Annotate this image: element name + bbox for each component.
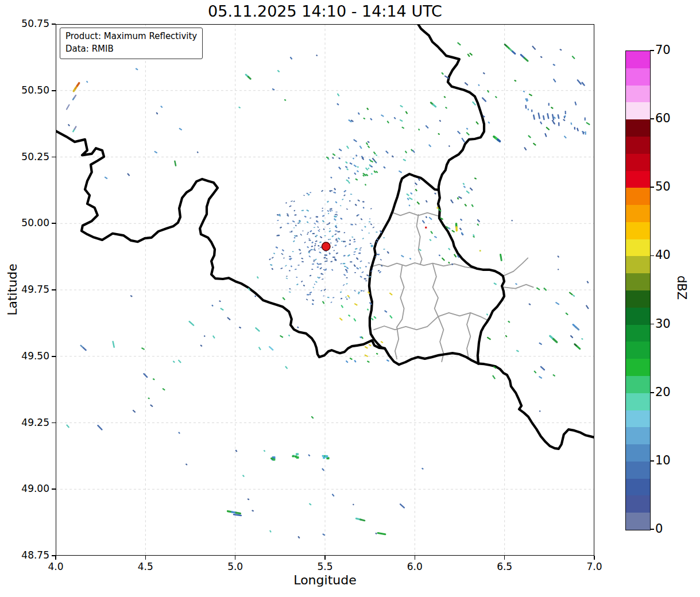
clutter-dot [289,231,291,232]
clutter-dot [332,257,335,258]
echo-speck [66,424,69,428]
echo-blob [322,455,324,457]
echo-speck [386,251,389,254]
echo-speck [409,197,413,200]
colorbar-segment [626,478,650,495]
echo-streak [113,342,114,347]
colorbar-segment [626,188,650,205]
clutter-dot [356,267,359,270]
legend-product-line: Product: Maximum Reflectivity [65,30,197,43]
country-border-luxembourg-germany [438,190,504,363]
echo-speck [366,142,369,145]
echo-speck [353,318,356,321]
echo-speck [212,335,215,339]
clutter-dot [293,237,295,239]
clutter-dot [289,270,291,272]
clutter-dot [369,218,370,219]
clutter-dot [318,245,319,246]
y-tick-label: 50.00 [14,217,49,228]
clutter-dot [322,208,323,209]
colorbar-tick-label: 60 [655,111,690,125]
clutter-dot [320,247,321,248]
echo-speck [345,161,348,164]
echo-speck [141,347,145,350]
clutter-dot [314,227,315,228]
clutter-dot [289,256,291,257]
echo-speck [257,276,259,279]
colorbar-tick-label: 70 [655,43,690,57]
echo-pixel [436,207,438,209]
echo-speck [408,204,410,206]
clutter-dot [322,273,324,275]
clutter-dot [364,278,366,280]
clutter-dot [322,278,324,280]
clutter-dot [312,233,315,234]
echo-streak [582,83,585,86]
echo-speck [529,94,532,96]
echo-speck [219,300,221,302]
clutter-dot [311,242,314,244]
clutter-dot [283,257,285,258]
clutter-dot [273,253,275,254]
echo-speck [354,172,356,175]
echo-speck [357,170,359,172]
echo-speck [345,166,348,168]
clutter-dot [319,263,322,265]
clutter-dot [293,210,295,211]
echo-speck [477,219,480,223]
clutter-dot [293,200,295,202]
clutter-dot [355,224,357,226]
clutter-dot [296,284,299,285]
echo-speck [355,204,357,206]
colorbar-segment [626,239,650,256]
clutter-dot [376,254,378,255]
y-tick-label: 49.50 [14,350,49,362]
echo-speck [357,166,359,168]
echo-speck [574,127,576,130]
clutter-dot [349,243,351,245]
colorbar-tick-label: 30 [655,317,690,331]
echo-speck [154,151,157,154]
clutter-dot [301,281,303,282]
echo-streak [378,533,385,534]
echo-speck [359,145,362,149]
clutter-dot [372,227,374,228]
colorbar [625,51,651,530]
echo-speck [508,321,511,323]
echo-speck [285,366,288,369]
echo-speck [285,202,287,204]
echo-speck [297,326,299,328]
echo-streak [98,425,102,429]
echo-speck [569,292,573,296]
echo-speck [196,152,198,154]
clutter-dot [295,269,297,270]
colorbar-segment [626,102,650,119]
echo-speck [368,145,370,148]
echo-speck [383,166,386,168]
echo-speck [544,133,547,137]
echo-speck [389,292,393,295]
echo-speck [338,157,341,160]
clutter-dot [343,255,346,257]
echo-speck [472,101,476,105]
clutter-dot [306,193,308,195]
clutter-dot [361,230,363,231]
echo-speck [238,106,241,108]
colorbar-segment [626,222,650,239]
echo-speck [341,305,343,308]
echo-speck [242,475,245,477]
echo-speck [316,55,318,56]
echo-speck [558,269,559,270]
echo-streak [501,258,501,261]
colorbar-segment [626,51,650,68]
echo-streak [578,80,581,84]
echo-speck [426,216,428,218]
echo-speck [422,220,425,223]
clutter-dot [341,298,342,300]
echo-streak [552,115,554,120]
clutter-dot [346,283,347,285]
echo-speck [514,80,516,82]
echo-speck [400,105,403,108]
echo-speck [557,255,559,258]
clutter-dot [327,210,329,212]
